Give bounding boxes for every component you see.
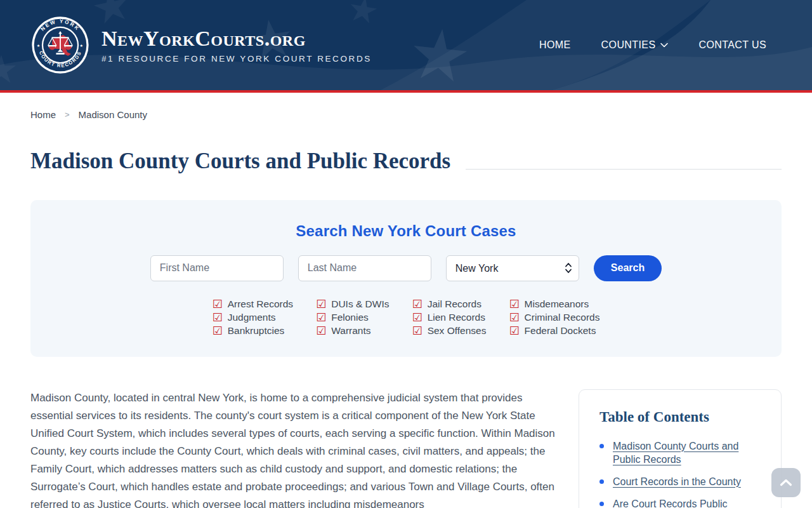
main-content: Madison County Courts and Public Records… [0,149,812,508]
toc-link-madison-county-courts[interactable]: Madison County Courts and Public Records [613,441,738,465]
checkbox-label: Arrest Records [228,298,293,309]
checked-checkbox-icon: ☑ [213,298,223,309]
breadcrumb-separator-icon: > [65,110,70,119]
state-select[interactable]: New York [446,255,579,281]
toc-list: Madison County Courts and Public Records… [599,439,761,508]
seal-right-star-icon: ★ [80,43,84,48]
checkbox-bankruptcies[interactable]: ☑ Bankruptcies [213,325,294,336]
last-name-input[interactable] [298,255,431,281]
checkbox-arrest-records[interactable]: ☑ Arrest Records [213,298,294,309]
checkbox-federal-dockets[interactable]: ☑ Federal Dockets [509,325,599,336]
breadcrumb-current-page: Madison County [79,109,147,120]
nav-item-home[interactable]: HOME [539,39,571,51]
county-description-paragraph: Madison County, located in central New Y… [30,389,557,508]
page-title: Madison County Courts and Public Records [30,149,450,174]
checkbox-misdemeanors[interactable]: ☑ Misdemeanors [509,298,599,309]
court-case-search-panel: Search New York Court Cases New York Sea… [30,200,782,357]
checkbox-label: Warrants [331,325,370,336]
breadcrumb: Home > Madison County [0,93,812,120]
checkbox-label: Federal Dockets [525,325,596,336]
nav-item-contact-us[interactable]: CONTACT US [698,39,766,51]
search-form: New York Search [43,255,769,281]
checkbox-felonies[interactable]: ☑ Felonies [316,312,389,323]
checked-checkbox-icon: ☑ [412,325,422,336]
brand-home-link[interactable]: NEW YORK COURT RECORDS ★ ★ [30,15,372,75]
toc-item: Madison County Courts and Public Records [599,439,761,466]
checkbox-lien-records[interactable]: ☑ Lien Records [412,312,487,323]
site-title: NewYorkCourts.org [102,27,372,50]
checkbox-label: Sex Offenses [428,325,487,336]
checkbox-label: Jail Records [428,298,481,309]
seal-left-star-icon: ★ [37,43,41,48]
toc-link-are-court-records-public[interactable]: Are Court Records Public [613,498,728,508]
checkbox-label: Bankruptcies [228,325,285,336]
title-divider [466,169,782,170]
chevron-up-icon [780,479,792,486]
checked-checkbox-icon: ☑ [316,325,326,336]
checkbox-label: Lien Records [428,312,485,323]
scroll-to-top-button[interactable] [771,468,801,497]
record-type-checkbox-grid: ☑ Arrest Records ☑ Judgments ☑ Bankruptc… [43,298,769,336]
checkbox-label: Misdemeanors [525,298,589,309]
bullet-icon [599,502,604,506]
checked-checkbox-icon: ☑ [412,298,422,309]
checked-checkbox-icon: ☑ [509,298,519,309]
toc-item: Are Court Records Public [599,497,761,508]
checkbox-sex-offenses[interactable]: ☑ Sex Offenses [412,325,487,336]
site-header: ★ ★ ★ ★ ★ NEW YORK COURT RECORDS ★ ★ [0,0,812,90]
checkbox-label: Judgments [228,312,276,323]
checkbox-warrants[interactable]: ☑ Warrants [316,325,389,336]
checked-checkbox-icon: ☑ [412,312,422,323]
site-tagline: #1 RESOURCE FOR NEW YORK COURT RECORDS [102,54,372,64]
checkbox-jail-records[interactable]: ☑ Jail Records [412,298,487,309]
table-of-contents-card: Table of Contents Madison County Courts … [579,389,782,508]
checkbox-label: Criminal Records [525,312,600,323]
breadcrumb-home-link[interactable]: Home [30,109,56,120]
nav-contact-label: CONTACT US [698,39,766,51]
checked-checkbox-icon: ☑ [213,312,223,323]
checkbox-duis-dwis[interactable]: ☑ DUIs & DWIs [316,298,389,309]
checkbox-label: DUIs & DWIs [331,298,389,309]
toc-title: Table of Contents [599,409,761,425]
nav-home-label: HOME [539,39,571,51]
bullet-icon [599,444,604,448]
checkbox-label: Felonies [331,312,369,323]
checked-checkbox-icon: ☑ [213,325,223,336]
nav-counties-label: COUNTIES [601,39,656,51]
checked-checkbox-icon: ☑ [316,298,326,309]
checkbox-criminal-records[interactable]: ☑ Criminal Records [509,312,599,323]
search-button[interactable]: Search [594,255,662,281]
checkbox-judgments[interactable]: ☑ Judgments [213,312,294,323]
court-records-seal-logo: NEW YORK COURT RECORDS ★ ★ [30,15,90,75]
bullet-icon [599,479,604,484]
toc-link-court-records-county[interactable]: Court Records in the County [613,476,741,487]
toc-item: Court Records in the County [599,475,761,488]
first-name-input[interactable] [150,255,284,281]
main-navigation: HOME COUNTIES CONTACT US [539,39,766,51]
nav-item-counties[interactable]: COUNTIES [601,39,669,51]
search-heading: Search New York Court Cases [43,222,769,240]
checked-checkbox-icon: ☑ [509,312,519,323]
checked-checkbox-icon: ☑ [316,312,326,323]
checked-checkbox-icon: ☑ [509,325,519,336]
chevron-down-icon [660,43,668,48]
